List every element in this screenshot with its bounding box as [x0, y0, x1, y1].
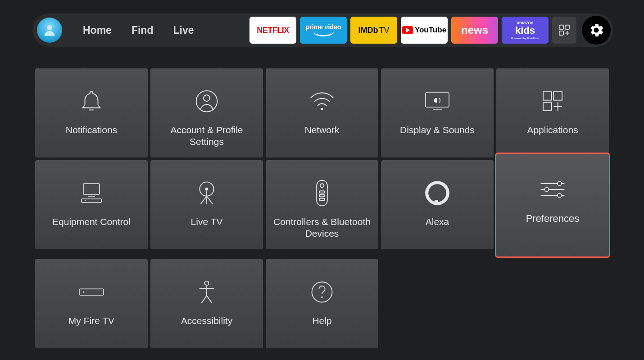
svg-point-28	[320, 184, 324, 187]
kids-sub: Powered by FreeTime	[511, 37, 539, 40]
nav-live[interactable]: Live	[173, 24, 194, 36]
svg-point-48	[321, 297, 322, 298]
app-amazon-kids[interactable]: amazon kids Powered by FreeTime	[502, 17, 549, 44]
youtube-label: YouTube	[415, 26, 446, 35]
prime-swoosh-icon	[313, 31, 334, 36]
app-news[interactable]: news	[451, 17, 498, 44]
svg-rect-32	[319, 198, 325, 201]
svg-point-35	[558, 181, 562, 185]
tile-label: Equipment Control	[46, 216, 137, 228]
apps-more-button[interactable]	[552, 17, 576, 44]
firetv-box-icon	[77, 277, 106, 307]
tile-help[interactable]: Help	[266, 259, 378, 348]
svg-point-37	[544, 188, 549, 192]
svg-point-9	[321, 108, 323, 110]
equipment-icon	[77, 178, 106, 208]
tile-label: My Fire TV	[62, 315, 121, 327]
svg-rect-13	[543, 92, 552, 100]
kids-word: kids	[515, 25, 535, 36]
tile-label: Preferences	[520, 212, 586, 225]
top-navbar: Home Find Live NETFLIX prime video IMDbT…	[32, 14, 613, 47]
antenna-icon	[195, 178, 219, 208]
svg-point-42	[204, 281, 209, 285]
svg-point-29	[322, 183, 322, 184]
sliders-icon	[538, 175, 567, 204]
remote-icon	[314, 178, 330, 208]
tile-account-profile[interactable]: Account & Profile Settings	[150, 68, 263, 158]
svg-rect-31	[319, 195, 325, 197]
nav-app-tiles: NETFLIX prime video IMDbTV YouTube news …	[249, 16, 611, 45]
tile-label: Live TV	[185, 216, 229, 228]
app-netflix[interactable]: NETFLIX	[249, 17, 296, 44]
svg-rect-12	[435, 98, 437, 103]
tile-label: Help	[306, 315, 338, 327]
svg-rect-14	[553, 92, 562, 100]
svg-rect-1	[559, 25, 563, 29]
imdb-light: TV	[379, 26, 389, 35]
profile-icon	[42, 22, 57, 38]
kids-brand: amazon	[517, 20, 533, 25]
svg-point-39	[558, 194, 562, 198]
svg-point-21	[85, 200, 86, 201]
svg-point-47	[312, 282, 332, 302]
tile-label: Network	[298, 124, 345, 136]
svg-point-0	[47, 25, 52, 30]
settings-grid: Notifications Account & Profile Settings…	[35, 68, 609, 348]
app-imdb-tv[interactable]: IMDbTV	[350, 17, 397, 44]
svg-rect-3	[559, 31, 563, 35]
tile-display-sounds[interactable]: Display & Sounds	[381, 68, 494, 158]
youtube-play-icon	[402, 26, 413, 34]
display-sound-icon	[423, 86, 452, 116]
gear-icon	[588, 22, 605, 39]
tile-equipment-control[interactable]: Equipment Control	[35, 160, 148, 249]
accessibility-icon	[196, 277, 218, 307]
tile-label: Account & Profile Settings	[150, 124, 263, 148]
tile-notifications[interactable]: Notifications	[35, 68, 148, 158]
profile-avatar[interactable]	[37, 18, 62, 43]
tile-alexa[interactable]: Alexa	[381, 160, 494, 249]
svg-rect-30	[319, 191, 325, 193]
nav-links: Home Find Live	[83, 24, 194, 36]
svg-line-46	[207, 296, 212, 303]
prime-video-label: prime video	[306, 24, 341, 30]
settings-gear-button[interactable]	[582, 16, 611, 45]
nav-find[interactable]: Find	[132, 24, 154, 36]
imdb-bold: IMDb	[358, 26, 378, 35]
tile-label: Accessibility	[175, 315, 239, 327]
help-icon	[310, 277, 334, 307]
svg-rect-20	[82, 199, 101, 202]
tile-applications[interactable]: Applications	[496, 68, 609, 158]
bell-icon	[78, 86, 104, 116]
tile-live-tv[interactable]: Live TV	[150, 160, 263, 249]
app-youtube[interactable]: YouTube	[401, 17, 448, 44]
tile-label: Display & Sounds	[394, 124, 481, 136]
tile-label: Notifications	[59, 124, 123, 136]
svg-rect-18	[83, 184, 100, 194]
tile-my-fire-tv[interactable]: My Fire TV	[35, 259, 148, 348]
tile-label: Applications	[521, 124, 584, 136]
svg-line-25	[201, 196, 207, 204]
apps-grid-plus-icon	[558, 23, 571, 37]
tile-controllers-bluetooth[interactable]: Controllers & Bluetooth Devices	[266, 160, 378, 249]
wifi-icon	[308, 86, 336, 116]
app-prime-video[interactable]: prime video	[300, 17, 347, 44]
svg-point-8	[204, 95, 210, 101]
nav-home[interactable]: Home	[83, 24, 112, 36]
alexa-icon	[425, 178, 450, 208]
svg-line-45	[201, 296, 207, 303]
svg-rect-40	[79, 289, 104, 295]
tile-accessibility[interactable]: Accessibility	[150, 259, 263, 348]
svg-rect-2	[565, 25, 569, 29]
svg-point-41	[83, 292, 85, 293]
account-icon	[194, 86, 219, 116]
svg-line-26	[207, 196, 213, 204]
tile-preferences[interactable]: Preferences	[496, 154, 609, 256]
svg-point-23	[205, 188, 209, 191]
tile-network[interactable]: Network	[266, 68, 378, 158]
tile-label: Controllers & Bluetooth Devices	[266, 216, 378, 240]
svg-rect-15	[543, 102, 552, 111]
tile-label: Alexa	[419, 216, 456, 228]
apps-grid-icon	[540, 86, 565, 116]
